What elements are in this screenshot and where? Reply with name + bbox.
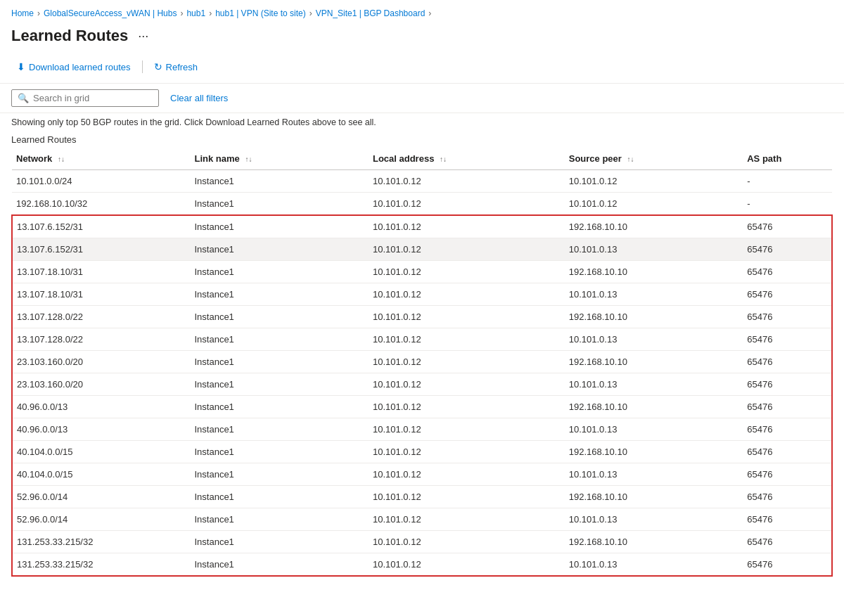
- breadcrumb-vwan[interactable]: GlobalSecureAccess_vWAN | Hubs: [44, 8, 177, 18]
- table-row: 13.107.6.152/31Instance110.101.0.12192.1…: [12, 215, 832, 238]
- table-row: 131.253.33.215/32Instance110.101.0.1210.…: [12, 553, 832, 577]
- breadcrumb: Home › GlobalSecureAccess_vWAN | Hubs › …: [0, 0, 844, 24]
- sort-icon-local: ↑↓: [440, 156, 447, 163]
- refresh-icon: ↻: [154, 61, 162, 72]
- table-row: 52.96.0.0/14Instance110.101.0.12192.168.…: [12, 486, 832, 508]
- search-icon: 🔍: [18, 93, 29, 103]
- table-row: 10.101.0.0/24Instance110.101.0.1210.101.…: [12, 170, 832, 193]
- table-row: 13.107.18.10/31Instance110.101.0.1210.10…: [12, 283, 832, 306]
- col-header-local[interactable]: Local address ↑↓: [369, 148, 565, 170]
- col-header-network[interactable]: Network ↑↓: [12, 148, 190, 170]
- grid-container: Network ↑↓ Link name ↑↓ Local address ↑↓…: [0, 148, 844, 577]
- sort-icon-network: ↑↓: [58, 156, 65, 163]
- refresh-button[interactable]: ↻ Refresh: [148, 58, 204, 76]
- page-title: Learned Routes: [11, 27, 128, 45]
- sort-icon-link: ↑↓: [245, 156, 252, 163]
- col-header-aspath: AS path: [743, 148, 832, 170]
- filter-bar: 🔍 Clear all filters: [0, 84, 844, 113]
- table-row: 192.168.10.10/32Instance110.101.0.1210.1…: [12, 193, 832, 216]
- breadcrumb-vpn[interactable]: hub1 | VPN (Site to site): [215, 8, 306, 18]
- table-row: 40.104.0.0/15Instance110.101.0.12192.168…: [12, 441, 832, 463]
- learned-routes-table: Network ↑↓ Link name ↑↓ Local address ↑↓…: [11, 148, 833, 577]
- col-header-source[interactable]: Source peer ↑↓: [565, 148, 743, 170]
- breadcrumb-home[interactable]: Home: [11, 8, 34, 18]
- table-row: 131.253.33.215/32Instance110.101.0.12192…: [12, 531, 832, 553]
- download-button[interactable]: ⬇ Download learned routes: [11, 58, 136, 76]
- table-row: 40.96.0.0/13Instance110.101.0.1210.101.0…: [12, 418, 832, 441]
- page-header: Learned Routes ···: [0, 24, 844, 53]
- section-title: Learned Routes: [0, 130, 844, 148]
- search-input[interactable]: [33, 93, 153, 103]
- table-row: 40.96.0.0/13Instance110.101.0.12192.168.…: [12, 396, 832, 418]
- toolbar-separator: [142, 60, 143, 73]
- table-row: 52.96.0.0/14Instance110.101.0.1210.101.0…: [12, 508, 832, 531]
- search-box[interactable]: 🔍: [11, 89, 159, 107]
- breadcrumb-hub1[interactable]: hub1: [186, 8, 205, 18]
- table-row: 13.107.128.0/22Instance110.101.0.1210.10…: [12, 328, 832, 351]
- table-row: 13.107.6.152/31Instance110.101.0.1210.10…: [12, 238, 832, 261]
- download-icon: ⬇: [17, 61, 25, 72]
- breadcrumb-bgp[interactable]: VPN_Site1 | BGP Dashboard: [316, 8, 426, 18]
- toolbar: ⬇ Download learned routes ↻ Refresh: [0, 53, 844, 84]
- table-row: 13.107.18.10/31Instance110.101.0.12192.1…: [12, 261, 832, 283]
- table-row: 40.104.0.0/15Instance110.101.0.1210.101.…: [12, 463, 832, 486]
- more-button[interactable]: ···: [134, 27, 153, 45]
- col-header-link[interactable]: Link name ↑↓: [190, 148, 368, 170]
- table-row: 13.107.128.0/22Instance110.101.0.12192.1…: [12, 306, 832, 328]
- info-text: Showing only top 50 BGP routes in the gr…: [0, 113, 844, 130]
- clear-filters-button[interactable]: Clear all filters: [167, 90, 231, 106]
- table-row: 23.103.160.0/20Instance110.101.0.12192.1…: [12, 351, 832, 373]
- table-row: 23.103.160.0/20Instance110.101.0.1210.10…: [12, 373, 832, 396]
- table-body: 10.101.0.0/24Instance110.101.0.1210.101.…: [12, 170, 832, 577]
- table-header: Network ↑↓ Link name ↑↓ Local address ↑↓…: [12, 148, 832, 170]
- sort-icon-source: ↑↓: [627, 156, 634, 163]
